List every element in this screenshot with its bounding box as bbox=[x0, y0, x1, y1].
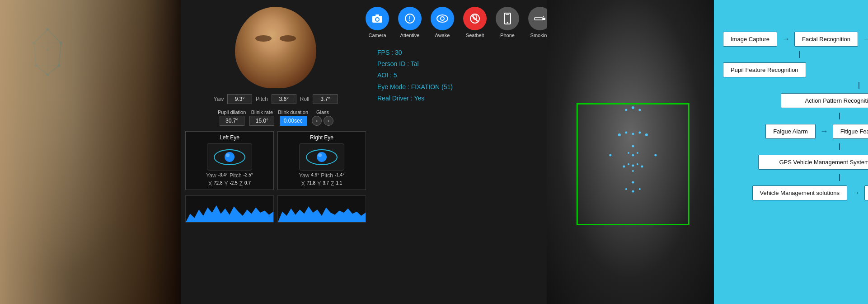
left-yaw-value: -3.4° bbox=[218, 172, 228, 179]
vert-line-4 bbox=[839, 113, 840, 119]
connector-row-1 bbox=[723, 51, 868, 58]
svg-point-51 bbox=[632, 190, 634, 193]
seatbelt-icon-circle bbox=[463, 7, 487, 30]
right-eye-xyz: X 71.8 Y 3.7 Z 1.1 bbox=[301, 180, 343, 187]
arrow-1: → bbox=[782, 34, 790, 44]
right-z-value: 1.1 bbox=[336, 180, 342, 187]
diagram-section: FASTSTREAM TECHNOLOGIES Image Capture → … bbox=[714, 0, 868, 304]
driver-photo-section bbox=[0, 0, 181, 304]
blink-duration-value: 0.00sec bbox=[280, 116, 307, 126]
thermal-face-container bbox=[568, 76, 699, 234]
svg-point-39 bbox=[632, 145, 634, 147]
svg-point-34 bbox=[618, 133, 621, 136]
pitch-label: Pitch bbox=[256, 96, 268, 102]
diagram-row-4: Faigue Alarm → Fitigue Feature Detection bbox=[723, 124, 868, 139]
gps-vehicle-box: GPS Vehicle Management System Informatio… bbox=[758, 155, 868, 170]
face-landmark-dots bbox=[568, 76, 699, 234]
svg-text:!: ! bbox=[409, 15, 411, 22]
svg-point-50 bbox=[625, 188, 627, 190]
svg-rect-28 bbox=[535, 18, 543, 20]
right-eye-graphic bbox=[299, 143, 344, 171]
left-waveform bbox=[185, 195, 274, 223]
diagram-row-1: Image Capture → Facial Recognition → Por… bbox=[723, 32, 868, 47]
camera-status-item: Camera bbox=[366, 7, 389, 38]
left-pitch-label: Pitch bbox=[230, 172, 242, 179]
left-y-value: -2.5 bbox=[230, 180, 238, 187]
right-yaw-label: Yaw bbox=[299, 172, 309, 179]
svg-point-42 bbox=[637, 152, 638, 154]
roll-value: 3.7° bbox=[313, 94, 338, 104]
svg-point-37 bbox=[638, 132, 641, 134]
svg-point-21 bbox=[441, 17, 444, 20]
svg-point-31 bbox=[632, 106, 634, 109]
rotation-values-row: Yaw 9.3° Pitch 3.6° Roll 3.7° bbox=[185, 94, 366, 104]
right-pitch-value: -1.4° bbox=[335, 172, 344, 179]
left-eye-graphic bbox=[207, 143, 252, 171]
seatbelt-status-item: Seatbelt bbox=[463, 7, 487, 38]
arrow-3: → bbox=[820, 127, 828, 136]
phone-icon bbox=[503, 13, 511, 24]
glass-circle-left: x bbox=[312, 116, 322, 126]
pupil-dilation-label: Pupil dilation bbox=[218, 109, 246, 115]
right-y-label: Y bbox=[317, 180, 321, 187]
right-eye-panel: Right Eye Yaw 4.9° Pitch -1.4° X 71.8 Y … bbox=[277, 131, 366, 190]
connector-row-5 bbox=[723, 174, 868, 181]
analysis-panel: Yaw 9.3° Pitch 3.6° Roll 3.7° Pupil dila… bbox=[181, 0, 371, 304]
vehicle-management-box: Vehicle Management solutions bbox=[752, 185, 847, 200]
yaw-label: Yaw bbox=[214, 96, 224, 102]
svg-rect-27 bbox=[506, 14, 509, 15]
blink-rate-metric: Blinlk rate 15.0° bbox=[249, 109, 274, 126]
diagram-flowchart: Image Capture → Facial Recognition → Por… bbox=[723, 32, 868, 200]
svg-point-48 bbox=[632, 170, 634, 172]
metrics-row: Pupil dilation 30.7° Blinlk rate 15.0° B… bbox=[185, 109, 366, 126]
image-capture-box: Image Capture bbox=[723, 32, 777, 47]
svg-point-40 bbox=[628, 152, 629, 154]
vert-line-6 bbox=[839, 174, 840, 181]
left-eye-pupil bbox=[225, 152, 235, 162]
pupil-feature-recognition-box: Pupil Feature Recognition bbox=[723, 62, 806, 77]
phone-label: Phone bbox=[500, 33, 515, 38]
eye-mode-text: Eye Mode : FIXATION (51) bbox=[377, 81, 540, 93]
glass-label: Glass bbox=[316, 109, 329, 115]
head-3d-face bbox=[235, 7, 316, 88]
camera-icon-circle bbox=[366, 7, 389, 30]
phone-status-item: Phone bbox=[496, 7, 519, 38]
awake-icon-circle bbox=[431, 7, 454, 30]
connector-row-3 bbox=[723, 113, 868, 119]
attentive-status-item: ! Attentive bbox=[398, 7, 422, 38]
attentive-icon: ! bbox=[404, 13, 415, 24]
right-waveform-fill bbox=[278, 201, 366, 222]
smoking-icon bbox=[534, 15, 546, 22]
svg-point-26 bbox=[507, 22, 508, 24]
connector-row-2 bbox=[723, 82, 868, 89]
svg-rect-29 bbox=[543, 18, 545, 20]
arrow-2: → bbox=[863, 34, 868, 44]
diagram-row-6: Vehicle Management solutions → GPS / Car… bbox=[723, 185, 868, 200]
camera-label: Camera bbox=[368, 33, 386, 38]
arrow-4: → bbox=[852, 188, 860, 198]
gps-carterminal-box: GPS / Carterminal bbox=[864, 185, 868, 200]
right-eye-yaw-pitch: Yaw 4.9° Pitch -1.4° bbox=[299, 172, 344, 179]
right-eye-pupil bbox=[317, 152, 327, 162]
awake-label: Awake bbox=[435, 33, 450, 38]
yaw-value: 9.3° bbox=[227, 94, 252, 104]
right-yaw-value: 4.9° bbox=[311, 172, 319, 179]
left-eye-yaw-pitch: Yaw -3.4° Pitch -2.5° bbox=[206, 172, 253, 179]
left-x-value: 72.8 bbox=[214, 180, 222, 187]
awake-icon bbox=[436, 14, 448, 23]
left-waveform-fill bbox=[186, 201, 273, 222]
person-id-text: Person ID : Tal bbox=[377, 58, 540, 70]
attentive-icon-circle: ! bbox=[398, 7, 422, 30]
vert-line-5 bbox=[839, 143, 840, 150]
svg-point-45 bbox=[632, 165, 634, 167]
fitigue-feature-detection-box: Fitigue Feature Detection bbox=[833, 124, 868, 139]
svg-point-46 bbox=[637, 163, 638, 165]
status-icons-row: Camera ! Attentive Awake bbox=[377, 7, 540, 38]
right-x-label: X bbox=[301, 180, 305, 187]
attentive-label: Attentive bbox=[400, 33, 420, 38]
left-z-label: Z bbox=[239, 180, 243, 187]
glass-indicators: x x bbox=[312, 116, 333, 126]
svg-point-43 bbox=[623, 166, 625, 168]
seatbelt-icon bbox=[469, 13, 480, 24]
glass-circle-right: x bbox=[324, 116, 333, 126]
